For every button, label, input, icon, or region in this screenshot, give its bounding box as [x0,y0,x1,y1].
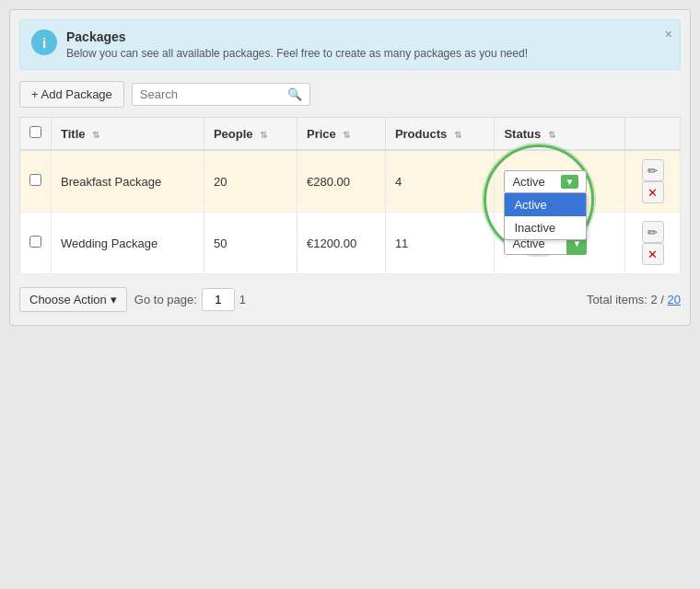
go-to-page: Go to page: 1 [134,288,246,311]
page-input[interactable] [202,288,235,311]
row1-title-cell: Breakfast Package [52,150,204,213]
row2-checkbox-cell [20,213,52,274]
info-icon: i [31,29,57,55]
header-status: Status ⇅ [495,118,625,151]
row1-products-cell: 4 [385,150,495,213]
per-page-link[interactable]: 20 [668,293,681,306]
footer-left: Choose Action ▾ Go to page: 1 [19,287,246,312]
action-dropdown-icon: ▾ [111,293,117,306]
search-input[interactable] [140,87,287,101]
status-sort-arrows[interactable]: ⇅ [548,130,555,140]
page-wrapper: i Packages Below you can see all availab… [9,9,691,326]
header-checkbox-col [20,118,52,151]
people-sort-arrows[interactable]: ⇅ [260,130,267,140]
row2-delete-button[interactable]: ✕ [642,243,664,265]
row2-products-cell: 11 [385,213,495,274]
choose-action-button[interactable]: Choose Action ▾ [19,287,127,312]
row2-people-cell: 50 [204,213,297,274]
row2-actions-cell: ✏ ✕ [625,213,681,274]
total-items-label: Total items: 2 / [587,293,664,306]
row1-checkbox-cell [20,150,52,213]
banner-title: Packages [66,29,528,44]
row2-price-cell: €1200.00 [297,213,385,274]
row1-people-cell: 20 [204,150,297,213]
row1-delete-button[interactable]: ✕ [642,181,664,203]
select-all-checkbox[interactable] [29,126,41,138]
banner-close-button[interactable]: × [665,28,672,40]
data-table: Title ⇅ People ⇅ Price ⇅ Products ⇅ [19,117,681,274]
row1-option-inactive[interactable]: Inactive [505,216,586,239]
total-pages-label: 1 [239,293,246,306]
table-row: Breakfast Package 20 €280.00 4 [20,150,681,213]
footer-right: Total items: 2 / 20 [587,293,681,306]
products-sort-arrows[interactable]: ⇅ [454,130,461,140]
row1-dropdown-arrow: ▼ [561,175,579,189]
row1-price-cell: €280.00 [297,150,385,213]
add-package-button[interactable]: + Add Package [19,81,124,108]
header-people: People ⇅ [204,118,297,151]
header-price: Price ⇅ [297,118,385,151]
row1-edit-button[interactable]: ✏ [642,159,664,181]
row1-status-display[interactable]: Active ▼ [504,170,587,193]
table-header-row: Title ⇅ People ⇅ Price ⇅ Products ⇅ [20,118,681,151]
search-icon: 🔍 [287,87,302,101]
row1-status-cell: Active ▼ Active Inactive [495,150,625,213]
table-footer: Choose Action ▾ Go to page: 1 Total item… [19,283,681,316]
row1-option-active[interactable]: Active [505,193,586,216]
row1-actions-cell: ✏ ✕ [625,150,681,213]
banner-text: Packages Below you can see all available… [66,29,528,60]
banner-description: Below you can see all available packages… [66,47,528,60]
header-actions [625,118,681,151]
header-title: Title ⇅ [52,118,204,151]
row1-dropdown-list: Active Inactive [504,193,587,240]
row1-status-dropdown-wrapper: Active ▼ Active Inactive [504,170,587,193]
row2-checkbox[interactable] [29,236,41,248]
search-container: 🔍 [132,83,310,106]
info-banner: i Packages Below you can see all availab… [19,19,681,70]
row2-edit-button[interactable]: ✏ [642,221,664,243]
toolbar: + Add Package 🔍 [19,81,681,108]
row2-title-cell: Wedding Package [52,213,204,274]
header-products: Products ⇅ [385,118,495,151]
price-sort-arrows[interactable]: ⇅ [343,130,350,140]
table-container: Title ⇅ People ⇅ Price ⇅ Products ⇅ [19,117,681,274]
row1-checkbox[interactable] [29,174,41,186]
title-sort-arrows[interactable]: ⇅ [92,130,99,140]
